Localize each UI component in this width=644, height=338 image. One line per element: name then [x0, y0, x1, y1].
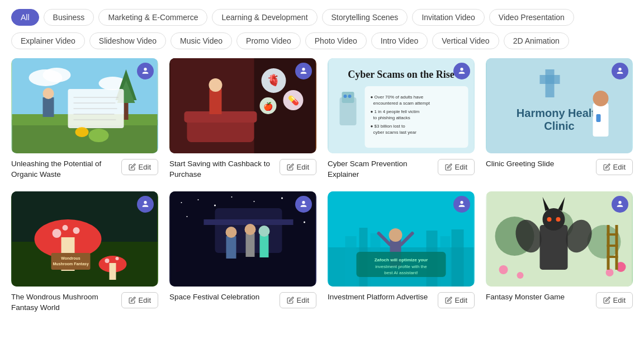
filter-chip-video-presentation[interactable]: Video Presentation	[489, 9, 574, 26]
svg-text:● Over 70% of adults have: ● Over 70% of adults have	[371, 95, 424, 100]
filter-chip-business[interactable]: Business	[44, 9, 94, 26]
filter-row-2: Explainer VideoSlideshow VideoMusic Vide…	[0, 30, 644, 58]
card-thumbnail-0	[11, 58, 158, 153]
edit-button-5[interactable]: Edit	[280, 292, 316, 308]
svg-point-55	[618, 68, 621, 71]
filter-chip-explainer-video[interactable]: Explainer Video	[11, 32, 85, 49]
card-5: Space Festival CelebrationEdit	[169, 191, 316, 313]
svg-point-65	[105, 259, 110, 263]
avatar-icon	[137, 63, 154, 79]
edit-button-3[interactable]: Edit	[596, 159, 633, 175]
svg-point-109	[460, 201, 463, 204]
svg-point-32	[302, 68, 305, 71]
card-title-4: The Wondrous Mushroom Fantasy World	[11, 292, 117, 313]
filter-chip-marketing-and-e-commerce[interactable]: Marketing & E-Commerce	[98, 9, 207, 26]
filter-chip-photo-video[interactable]: Photo Video	[305, 32, 367, 49]
svg-point-102	[389, 228, 402, 242]
card-7: Fantasy Monster GameEdit	[486, 191, 633, 313]
svg-point-75	[181, 202, 182, 203]
svg-point-87	[226, 227, 237, 238]
card-title-5: Space Festival Celebration	[169, 292, 275, 303]
svg-text:best AI assistant!: best AI assistant!	[384, 270, 418, 275]
card-thumbnail-7	[486, 191, 633, 287]
filter-chip-intro-video[interactable]: Intro Video	[371, 32, 428, 49]
svg-point-76	[198, 199, 199, 200]
card-footer-7: Fantasy Monster GameEdit	[486, 292, 633, 308]
filter-chip-invitation-video[interactable]: Invitation Video	[412, 9, 484, 26]
card-thumbnail-3: Harmony Health Clinic	[486, 58, 633, 153]
cards-grid: Unleashing the Potential of Organic Wast…	[0, 58, 644, 325]
card-thumbnail-4: Wondrous Mushroom Fantasy	[11, 191, 158, 287]
svg-point-17	[89, 129, 109, 142]
svg-rect-120	[607, 233, 618, 236]
filter-chip-2d-animation[interactable]: 2D Animation	[504, 32, 569, 49]
svg-rect-54	[596, 114, 601, 122]
edit-button-1[interactable]: Edit	[280, 159, 316, 175]
svg-point-73	[144, 201, 146, 204]
filter-chip-music-video[interactable]: Music Video	[171, 32, 232, 49]
svg-rect-70	[51, 253, 91, 270]
svg-text:● $3 billion lost to: ● $3 billion lost to	[371, 124, 406, 129]
card-thumbnail-2: Cyber Scams on the Rise ● Over 70% of ad…	[328, 58, 475, 153]
svg-point-60	[53, 229, 61, 238]
card-title-3: Clinic Greeting Slide	[486, 159, 591, 170]
avatar-icon	[295, 196, 312, 213]
svg-point-79	[254, 201, 255, 202]
svg-rect-47	[487, 58, 632, 153]
svg-point-62	[63, 225, 68, 231]
card-footer-4: The Wondrous Mushroom Fantasy WorldEdit	[11, 292, 158, 313]
svg-point-66	[116, 257, 119, 260]
svg-point-91	[259, 226, 270, 237]
svg-point-38	[348, 95, 352, 98]
card-6: Zafoch will optimize your investment pro…	[328, 191, 475, 313]
svg-rect-119	[615, 225, 618, 270]
filter-chip-vertical-video[interactable]: Vertical Video	[432, 32, 499, 49]
card-thumbnail-6: Zafoch will optimize your investment pro…	[328, 191, 475, 287]
card-title-6: Investment Platform Advertise	[328, 292, 433, 303]
card-0: Unleashing the Potential of Organic Wast…	[11, 58, 158, 180]
svg-point-4	[43, 68, 71, 82]
edit-button-2[interactable]: Edit	[438, 159, 475, 175]
svg-point-83	[304, 221, 305, 223]
filter-chip-learning-and-development[interactable]: Learning & Development	[212, 9, 317, 26]
filter-chip-storytelling-scenes[interactable]: Storytelling Scenes	[322, 9, 408, 26]
svg-text:cyber scams last year: cyber scams last year	[373, 130, 417, 135]
svg-text:investment profile with the: investment profile with the	[375, 264, 427, 269]
svg-point-19	[144, 68, 146, 71]
edit-button-6[interactable]: Edit	[438, 292, 475, 308]
filter-chip-all[interactable]: All	[11, 9, 39, 26]
svg-rect-95	[345, 236, 357, 287]
svg-rect-24	[210, 89, 222, 114]
svg-text:Wondrous: Wondrous	[61, 256, 80, 260]
svg-rect-88	[246, 233, 255, 257]
avatar-icon	[453, 196, 470, 213]
card-4: Wondrous Mushroom Fantasy The Wondrous M…	[11, 191, 158, 313]
svg-text:Mushroom Fantasy: Mushroom Fantasy	[53, 262, 88, 266]
edit-button-0[interactable]: Edit	[121, 159, 158, 175]
card-thumbnail-5	[169, 191, 316, 287]
edit-button-7[interactable]: Edit	[596, 292, 633, 308]
svg-text:Zafoch will optimize your: Zafoch will optimize your	[375, 257, 428, 262]
svg-text:🫀: 🫀	[267, 73, 281, 87]
avatar-icon	[612, 63, 628, 79]
svg-rect-122	[607, 256, 618, 258]
avatar-icon	[137, 196, 154, 213]
card-title-0: Unleashing the Potential of Organic Wast…	[11, 159, 117, 180]
svg-rect-36	[342, 92, 354, 103]
avatar-icon	[295, 63, 312, 79]
svg-point-77	[214, 204, 216, 206]
svg-rect-118	[607, 225, 610, 270]
card-2: Cyber Scams on the Rise ● Over 70% of ad…	[328, 58, 475, 180]
svg-point-89	[245, 224, 256, 235]
card-footer-3: Clinic Greeting SlideEdit	[486, 159, 633, 175]
card-footer-1: Start Saving with Cashback to PurchaseEd…	[169, 159, 316, 180]
filter-chip-promo-video[interactable]: Promo Video	[236, 32, 301, 49]
svg-point-18	[75, 127, 89, 137]
card-footer-2: Cyber Scam Prevention ExplainerEdit	[328, 159, 475, 180]
svg-rect-64	[110, 263, 116, 280]
svg-point-46	[460, 68, 463, 71]
card-footer-0: Unleashing the Potential of Organic Wast…	[11, 159, 158, 180]
edit-button-4[interactable]: Edit	[121, 292, 158, 308]
filter-chip-slideshow-video[interactable]: Slideshow Video	[89, 32, 166, 49]
avatar-icon	[453, 63, 470, 79]
